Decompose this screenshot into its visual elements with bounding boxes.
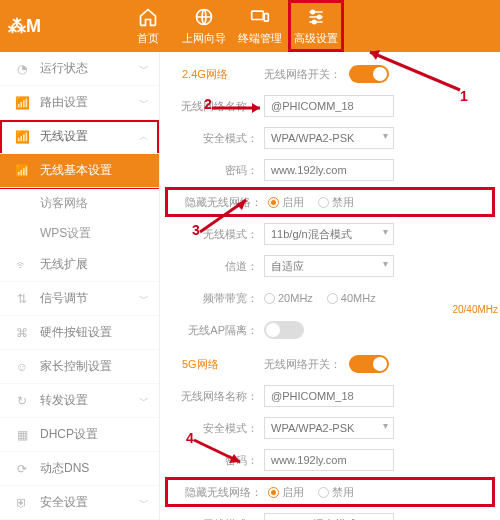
sidebar-label: 硬件按钮设置 [40, 324, 112, 341]
section-24g: 2.4G网络 [166, 67, 264, 82]
sidebar-item-parent[interactable]: ☺家长控制设置 [0, 350, 159, 384]
sidebar-label: 路由设置 [40, 94, 88, 111]
sidebar-item-status[interactable]: ◔运行状态﹀ [0, 52, 159, 86]
radio-label-20: 20MHz [278, 292, 313, 304]
label-ssid5: 无线网络名称： [166, 389, 264, 404]
nav-terminal[interactable]: 终端管理 [232, 0, 288, 52]
label-sec5: 安全模式： [166, 421, 264, 436]
ap24-switch[interactable] [264, 321, 304, 339]
channel24-select[interactable] [264, 255, 394, 277]
sidebar: ◔运行状态﹀ 📶路由设置﹀ 📶无线设置︿ 📶无线基本设置 访客网络 WPS设置 … [0, 52, 160, 520]
bw24-20-radio[interactable] [264, 293, 275, 304]
hide24-enable-radio[interactable] [268, 197, 279, 208]
label-bw: 频带带宽： [166, 291, 264, 306]
sidebar-item-extend[interactable]: ᯤ无线扩展 [0, 248, 159, 282]
wifi5-switch[interactable] [349, 355, 389, 373]
ssid5-input[interactable] [264, 385, 394, 407]
label-pwd5: 密码： [166, 453, 264, 468]
svg-rect-2 [264, 13, 268, 21]
nav-advanced[interactable]: 高级设置 [288, 0, 344, 52]
sidebar-label: 安全设置 [40, 494, 88, 511]
nav-guide[interactable]: 上网向导 [176, 0, 232, 52]
sidebar-label: 运行状态 [40, 60, 88, 77]
label-mode: 无线模式： [166, 227, 264, 242]
chevron-down-icon: ﹀ [139, 96, 149, 110]
mode24-select[interactable] [264, 223, 394, 245]
home-icon [138, 7, 158, 29]
sidebar-label: 无线基本设置 [40, 162, 112, 179]
signal-icon: ⇅ [14, 291, 30, 307]
sidebar-label: WPS设置 [40, 225, 91, 242]
radio-label-enable: 启用 [282, 195, 304, 210]
sidebar-label: 无线扩展 [40, 256, 88, 273]
sidebar-item-route[interactable]: 📶路由设置﹀ [0, 86, 159, 120]
password5-input[interactable] [264, 449, 394, 471]
bw-hint: 20/40MHz [452, 304, 498, 315]
sidebar-label: DHCP设置 [40, 426, 98, 443]
sidebar-label: 转发设置 [40, 392, 88, 409]
hide5-enable-radio[interactable] [268, 487, 279, 498]
wifi-icon: 📶 [14, 163, 30, 179]
label-pwd: 密码： [166, 163, 264, 178]
label-hide: 隐藏无线网络： [170, 195, 268, 210]
password24-input[interactable] [264, 159, 394, 181]
label-switch5: 无线网络开关： [264, 357, 341, 372]
globe-icon [194, 7, 214, 29]
sidebar-item-hardware[interactable]: ⌘硬件按钮设置 [0, 316, 159, 350]
label-chan: 信道： [166, 259, 264, 274]
sidebar-item-wps[interactable]: WPS设置 [0, 218, 159, 248]
nav-advanced-label: 高级设置 [294, 31, 338, 46]
label-mode5: 无线模式： [166, 517, 264, 521]
router-icon: 📶 [14, 95, 30, 111]
dhcp-icon: ▦ [14, 427, 30, 443]
sidebar-item-security[interactable]: ⛨安全设置﹀ [0, 486, 159, 520]
hide5-disable-radio[interactable] [318, 487, 329, 498]
mode5-select[interactable] [264, 513, 394, 520]
label-switch: 无线网络开关： [264, 67, 341, 82]
sidebar-item-wireless[interactable]: 📶无线设置︿ [0, 120, 159, 154]
sidebar-item-ddns[interactable]: ⟳动态DNS [0, 452, 159, 486]
sidebar-item-dhcp[interactable]: ▦DHCP设置 [0, 418, 159, 452]
sliders-icon [306, 7, 326, 29]
security24-select[interactable] [264, 127, 394, 149]
sidebar-label: 动态DNS [40, 460, 89, 477]
devices-icon [250, 7, 270, 29]
nav-home[interactable]: 首页 [120, 0, 176, 52]
shield-icon: ⛨ [14, 495, 30, 511]
label-ssid: 无线网络名称： [166, 99, 264, 114]
svg-point-5 [313, 20, 316, 23]
bw24-40-radio[interactable] [327, 293, 338, 304]
label-hide5: 隐藏无线网络： [170, 485, 268, 500]
forward-icon: ↻ [14, 393, 30, 409]
user-icon: ☺ [14, 359, 30, 375]
radio-label-40: 40MHz [341, 292, 376, 304]
sidebar-label: 家长控制设置 [40, 358, 112, 375]
section-5g: 5G网络 [166, 357, 264, 372]
radio-label-disable5: 禁用 [332, 485, 354, 500]
sidebar-item-guest[interactable]: 访客网络 [0, 188, 159, 218]
sidebar-label: 信号调节 [40, 290, 88, 307]
brand-logo: ⁂M [0, 0, 60, 52]
wifi24-switch[interactable] [349, 65, 389, 83]
antenna-icon: ᯤ [14, 257, 30, 273]
sidebar-item-wireless-basic[interactable]: 📶无线基本设置 [0, 154, 159, 188]
top-nav: ⁂M 首页 上网向导 终端管理 高级设置 [0, 0, 500, 52]
svg-rect-1 [252, 11, 264, 19]
nav-guide-label: 上网向导 [182, 31, 226, 46]
chevron-down-icon: ﹀ [139, 292, 149, 306]
settings-panel: 2.4G网络 无线网络开关： 无线网络名称： 安全模式： 密码： 隐藏无线网络：… [160, 52, 500, 520]
ssid24-input[interactable] [264, 95, 394, 117]
radio-label-enable5: 启用 [282, 485, 304, 500]
nav-home-label: 首页 [137, 31, 159, 46]
chip-icon: ⌘ [14, 325, 30, 341]
security5-select[interactable] [264, 417, 394, 439]
sidebar-item-forward[interactable]: ↻转发设置﹀ [0, 384, 159, 418]
dns-icon: ⟳ [14, 461, 30, 477]
hide24-disable-radio[interactable] [318, 197, 329, 208]
chevron-up-icon: ︿ [139, 130, 149, 144]
label-sec: 安全模式： [166, 131, 264, 146]
radio-label-disable: 禁用 [332, 195, 354, 210]
sidebar-item-signal[interactable]: ⇅信号调节﹀ [0, 282, 159, 316]
chevron-down-icon: ﹀ [139, 496, 149, 510]
chevron-down-icon: ﹀ [139, 62, 149, 76]
